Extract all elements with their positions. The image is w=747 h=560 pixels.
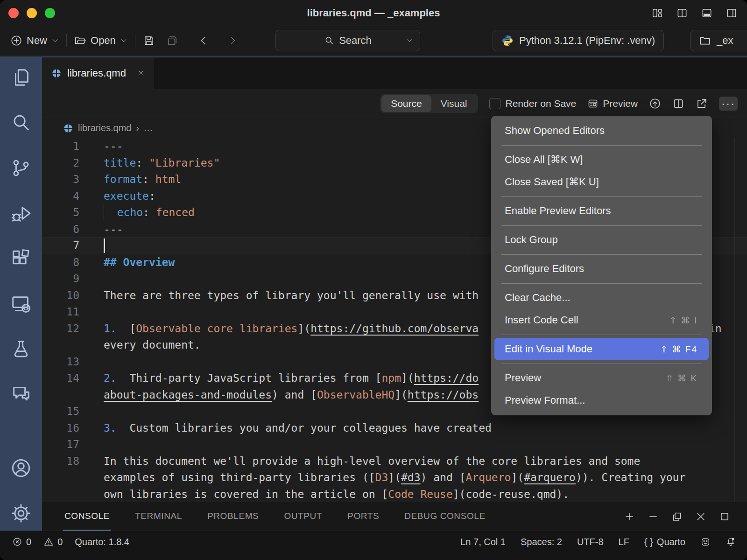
- status-quarto-version[interactable]: Quarto: 1.8.4: [75, 537, 129, 547]
- menu-separator: [501, 335, 702, 335]
- minimize-window-button[interactable]: [27, 8, 37, 18]
- preview-button[interactable]: Preview: [587, 98, 638, 109]
- editor-action-bar: Source Visual Render on Save Preview ···: [42, 89, 747, 118]
- sidebar-item-extensions[interactable]: [10, 248, 32, 271]
- secondary-sidebar-icon[interactable]: [726, 7, 738, 19]
- tab-libraries-qmd[interactable]: libraries.qmd: [42, 57, 154, 89]
- panel-tab-debug-console[interactable]: DEBUG CONSOLE: [403, 502, 487, 531]
- open-external-button[interactable]: [696, 98, 708, 110]
- activity-bar: [0, 56, 42, 531]
- line-number: 15: [42, 403, 79, 420]
- editor-context-menu: Show Opened EditorsClose All [⌘K W]Close…: [491, 116, 712, 415]
- close-window-button[interactable]: [8, 8, 19, 18]
- status-errors[interactable]: 0: [12, 537, 31, 547]
- status-notifications[interactable]: [726, 537, 736, 547]
- save-button[interactable]: [143, 35, 155, 47]
- line-number: 8: [42, 254, 79, 271]
- quarto-icon: [51, 68, 62, 78]
- menu-item-preview-format[interactable]: Preview Format...: [494, 389, 709, 412]
- new-button[interactable]: New: [10, 35, 59, 47]
- checkbox[interactable]: [489, 98, 500, 109]
- breadcrumb-more[interactable]: …: [144, 123, 153, 133]
- extensions-icon: [10, 248, 32, 269]
- search-input[interactable]: Search: [275, 30, 420, 51]
- sidebar-item-testing[interactable]: [10, 338, 32, 362]
- status-encoding[interactable]: UTF-8: [577, 537, 604, 547]
- plus-icon[interactable]: [624, 511, 635, 522]
- smiley-icon: [700, 537, 711, 547]
- menu-item-edit-in-visual-mode[interactable]: Edit in Visual Mode⇧ ⌘ F4: [494, 338, 709, 360]
- menu-item-shortcut: ⇧ ⌘ K: [666, 373, 698, 384]
- menu-item-clear-cache[interactable]: Clear Cache...: [494, 287, 709, 309]
- sidebar-item-explorer[interactable]: [10, 67, 32, 90]
- settings-icon: [10, 503, 32, 524]
- status-feedback[interactable]: [700, 537, 711, 547]
- status-language-mode[interactable]: { }Quarto: [644, 537, 685, 547]
- save-all-button[interactable]: [166, 35, 178, 47]
- menu-item-label: Show Opened Editors: [505, 125, 605, 137]
- menu-item-enable-preview-editors[interactable]: Enable Preview Editors: [494, 200, 709, 222]
- line-number: 16: [42, 420, 79, 437]
- menu-item-close-all-k-w[interactable]: Close All [⌘K W]: [494, 148, 709, 171]
- render-on-save-label: Render on Save: [506, 98, 577, 109]
- sidebar-item-remote-explorer[interactable]: [10, 293, 32, 316]
- sidebar-item-settings[interactable]: [10, 503, 32, 526]
- sidebar-item-run-debug[interactable]: [10, 203, 32, 226]
- status-eol[interactable]: LF: [619, 537, 629, 547]
- menu-item-preview[interactable]: Preview⇧ ⌘ K: [494, 367, 709, 389]
- code-line: own libraries is covered in the article …: [42, 486, 747, 503]
- zoom-window-button[interactable]: [45, 8, 55, 18]
- minus-icon[interactable]: [648, 511, 659, 522]
- menu-item-insert-code-cell[interactable]: Insert Code Cell⇧ ⌘ I: [494, 309, 709, 331]
- plus-circle-icon: [10, 35, 22, 47]
- panel-tab-console[interactable]: CONSOLE: [63, 502, 111, 531]
- sidebar-item-source-control[interactable]: [10, 157, 32, 181]
- line-number: 18: [42, 453, 79, 470]
- menu-item-lock-group[interactable]: Lock Group: [494, 229, 709, 251]
- panel-tab-problems[interactable]: PROBLEMS: [206, 502, 260, 531]
- status-cursor-position[interactable]: Ln 7, Col 1: [460, 537, 506, 547]
- split-editor-button[interactable]: [672, 98, 684, 110]
- line-number: 5: [42, 204, 79, 221]
- line-number: 14: [42, 370, 79, 387]
- error-icon: [12, 537, 22, 547]
- status-indentation[interactable]: Spaces: 2: [521, 537, 562, 547]
- panel-tab-ports[interactable]: PORTS: [346, 502, 381, 531]
- back-button[interactable]: [198, 35, 209, 46]
- maximize-icon[interactable]: [719, 511, 730, 522]
- sidebar-item-account[interactable]: [10, 457, 32, 481]
- panel-tab-output[interactable]: OUTPUT: [282, 502, 324, 531]
- open-button[interactable]: Open: [74, 35, 127, 47]
- workspace-label: _ex: [717, 35, 733, 47]
- breadcrumb-separator: ›: [136, 123, 139, 133]
- status-label: 0: [26, 537, 31, 547]
- menu-item-close-saved-k-u[interactable]: Close Saved [⌘K U]: [494, 171, 709, 193]
- more-actions-button[interactable]: ···: [719, 97, 738, 111]
- restore-icon[interactable]: [671, 511, 683, 522]
- text-cursor: [104, 238, 105, 253]
- forward-button[interactable]: [227, 35, 238, 46]
- search-icon: [10, 112, 32, 133]
- source-mode-button[interactable]: Source: [381, 95, 431, 112]
- sidebar-item-search[interactable]: [10, 112, 32, 135]
- sidebar-item-chat[interactable]: [10, 384, 32, 407]
- split-columns-icon[interactable]: [676, 7, 688, 19]
- menu-item-label: Clear Cache...: [505, 292, 571, 304]
- close-tab-icon[interactable]: [137, 70, 145, 77]
- menu-separator: [501, 225, 702, 226]
- panel-bottom-icon[interactable]: [701, 7, 713, 19]
- visual-mode-button[interactable]: Visual: [431, 95, 477, 112]
- panel-tab-terminal[interactable]: TERMINAL: [134, 502, 183, 531]
- render-button[interactable]: [649, 98, 661, 110]
- titlebar: libraries.qmd — _examples: [0, 0, 747, 26]
- render-on-save-checkbox[interactable]: Render on Save: [489, 98, 577, 109]
- interpreter-selector[interactable]: Python 3.12.1 (PipEnv: .venv): [493, 30, 664, 51]
- close-icon[interactable]: [695, 511, 706, 522]
- breadcrumb-file[interactable]: libraries.qmd: [78, 123, 131, 133]
- workspace-selector[interactable]: _ex: [690, 30, 747, 51]
- menu-item-show-opened-editors[interactable]: Show Opened Editors: [494, 119, 709, 142]
- menu-item-configure-editors[interactable]: Configure Editors: [494, 258, 709, 280]
- customize-layout-icon[interactable]: [651, 7, 663, 19]
- status-warnings[interactable]: 0: [43, 537, 63, 547]
- account-icon: [10, 457, 32, 479]
